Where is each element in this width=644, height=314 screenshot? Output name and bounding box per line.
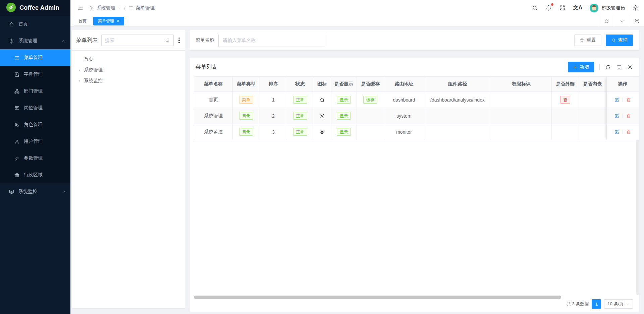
sidebar: Coffee Admin 首页 系统管理 菜单管理 字典管理 部门管理 岗位管理… [0, 0, 70, 314]
search-icon [611, 38, 616, 43]
home-icon [319, 97, 325, 103]
horizontal-scrollbar-thumb[interactable] [194, 296, 561, 299]
tab-menu-management[interactable]: 菜单管理 ✕ [93, 17, 124, 25]
chevron-down-icon[interactable] [614, 16, 629, 26]
status-tag: 正常 [293, 96, 307, 104]
delete-icon[interactable] [626, 129, 631, 135]
trash-icon [580, 38, 584, 43]
roles-icon [14, 122, 20, 128]
sidebar-item-dict-management[interactable]: 字典管理 [0, 66, 70, 83]
sidebar-item-user-management[interactable]: 用户管理 [0, 133, 70, 150]
visible-tag: 显示 [337, 112, 351, 120]
caret-right-icon[interactable] [77, 67, 82, 73]
status-tag: 正常 [293, 128, 307, 136]
column-settings-gear-icon[interactable] [627, 64, 633, 70]
pagination: 共 3 条数据 1 10 条/页 [567, 299, 633, 309]
chevron-down-icon [118, 6, 121, 10]
pagination-total: 共 3 条数据 [567, 301, 589, 307]
translate-icon[interactable]: 文A [573, 4, 582, 11]
external-link-tag: 否 [560, 96, 570, 104]
tab-tools [599, 16, 644, 26]
menu-type-tag: 目录 [239, 112, 253, 120]
menu-name-input[interactable] [218, 34, 325, 47]
plus-icon [573, 65, 577, 69]
gear-icon [9, 38, 14, 44]
caret-right-icon[interactable] [77, 78, 82, 83]
close-tab-icon[interactable]: ✕ [116, 19, 119, 23]
org-chart-icon [14, 88, 20, 94]
edit-icon[interactable] [614, 129, 620, 135]
sidebar-item-system-monitor[interactable]: 系统监控 [0, 183, 70, 200]
tree-search-button[interactable] [161, 35, 173, 46]
refresh-icon[interactable] [599, 16, 614, 26]
tree-node-system-monitor[interactable]: 系统监控 [74, 75, 183, 86]
delete-icon[interactable] [626, 97, 631, 103]
menu-tree: 首页 系统管理 系统监控 [72, 51, 185, 89]
username: 超级管理员 [601, 5, 625, 11]
query-button[interactable]: 查询 [606, 35, 633, 46]
sidebar-item-menu-management[interactable]: 菜单管理 [0, 49, 70, 66]
tree-node-home[interactable]: 首页 [74, 54, 183, 65]
tree-more-icon[interactable] [177, 37, 181, 44]
bank-icon [14, 172, 20, 178]
visible-tag: 显示 [337, 128, 351, 136]
app-logo: Coffee Admin [0, 0, 70, 16]
sidebar-item-role-management[interactable]: 角色管理 [0, 116, 70, 133]
row-actions [606, 92, 639, 108]
table-row[interactable]: 系统监控 目录 3 正常 显示 monitor [194, 124, 606, 140]
menu-type-tag: 目录 [239, 128, 253, 136]
page-1-button[interactable]: 1 [592, 299, 601, 309]
user-menu[interactable]: 超级管理员 [590, 4, 625, 12]
sidebar-item-home[interactable]: 首页 [0, 16, 70, 33]
id-badge-icon [14, 105, 20, 111]
reset-button[interactable]: 重置 [574, 35, 601, 46]
add-button[interactable]: 新增 [568, 62, 594, 72]
breadcrumb-level1[interactable]: 系统管理 [97, 5, 115, 11]
tab-bar: 首页 菜单管理 ✕ [70, 16, 644, 27]
tree-search-input[interactable] [102, 35, 161, 46]
table-row[interactable]: 系统管理 目录 2 正常 显示 system [194, 108, 606, 124]
menu-list-icon [14, 55, 20, 61]
table-card-title: 菜单列表 [196, 64, 217, 71]
menu-table: 菜单名称 菜单类型 排序 状态 图标 是否显示 是否缓存 路由地址 组件路径 权… [194, 76, 639, 140]
row-height-icon[interactable] [616, 64, 622, 70]
home-icon [9, 21, 14, 27]
tree-node-system-management[interactable]: 系统管理 [74, 65, 183, 75]
monitor-icon [9, 189, 14, 195]
chevron-up-icon [62, 39, 66, 43]
delete-icon[interactable] [626, 113, 631, 119]
sidebar-item-dept-management[interactable]: 部门管理 [0, 83, 70, 100]
chevron-down-icon [626, 302, 630, 306]
edit-icon[interactable] [614, 113, 620, 119]
refresh-icon[interactable] [605, 64, 611, 70]
main-column: 菜单名称 重置 查询 菜单列表 新增 [190, 30, 639, 50]
user-icon [14, 139, 20, 144]
search-icon [165, 38, 170, 43]
row-actions [606, 124, 639, 140]
sidebar-collapse-icon[interactable] [76, 4, 85, 12]
row-actions [606, 108, 639, 124]
operations-column: 操作 [606, 76, 639, 140]
breadcrumb: 系统管理 / 菜单管理 [89, 5, 155, 11]
sidebar-item-region[interactable]: 行政区域 [0, 167, 70, 183]
table-card-header: 菜单列表 新增 [190, 58, 639, 76]
settings-gear-icon[interactable] [632, 5, 639, 11]
tree-search-group [101, 35, 174, 46]
table-row[interactable]: 首页 菜单 1 正常 显示 缓存 dashboard /dashboard/an… [194, 92, 606, 108]
search-icon[interactable] [532, 5, 538, 11]
maximize-icon[interactable] [629, 16, 644, 26]
notification-badge [551, 3, 553, 6]
tree-panel-title: 菜单列表 [76, 37, 98, 44]
page-size-select[interactable]: 10 条/页 [604, 299, 633, 309]
sidebar-item-system-management[interactable]: 系统管理 [0, 33, 70, 49]
avatar [590, 4, 598, 12]
gear-icon [89, 5, 94, 10]
tab-home[interactable]: 首页 [74, 17, 91, 25]
sidebar-item-param-management[interactable]: 参数管理 [0, 150, 70, 167]
gear-icon [319, 113, 325, 119]
table-header-row: 菜单名称 菜单类型 排序 状态 图标 是否显示 是否缓存 路由地址 组件路径 权… [194, 76, 606, 92]
bell-icon[interactable] [545, 5, 552, 11]
sidebar-item-post-management[interactable]: 岗位管理 [0, 100, 70, 116]
fullscreen-icon[interactable] [559, 5, 566, 11]
edit-icon[interactable] [614, 97, 620, 103]
